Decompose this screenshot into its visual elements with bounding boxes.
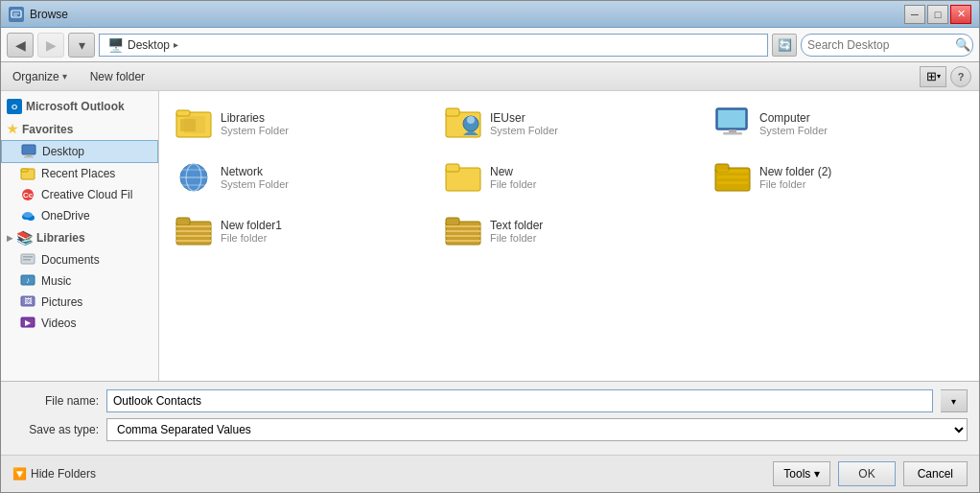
cancel-button[interactable]: Cancel: [903, 461, 968, 486]
ieuser-folder-icon: [444, 105, 482, 143]
recent-places-icon: [20, 166, 35, 181]
svg-rect-31: [723, 132, 742, 135]
sidebar-item-music[interactable]: ♪ Music: [1, 270, 158, 292]
new-folder-2-name: New folder (2): [759, 165, 831, 178]
address-path[interactable]: 🖥️ Desktop ▸: [99, 34, 768, 57]
bottom-area: File name: ▾ Save as type: Comma Separat…: [1, 381, 979, 455]
new-info: New File folder: [490, 165, 536, 190]
text-folder-name: Text folder: [490, 219, 543, 232]
text-folder-type: File folder: [490, 232, 543, 244]
svg-rect-23: [180, 119, 196, 131]
sidebar-outlook-header[interactable]: O Microsoft Outlook: [1, 95, 158, 118]
file-item-new-folder1[interactable]: New folder1 File folder: [167, 206, 432, 256]
sidebar-pictures-label: Pictures: [41, 295, 82, 309]
desktop-icon: [21, 144, 36, 159]
view-button[interactable]: ⊞▾: [920, 66, 946, 87]
browse-dialog: Browse ─ □ ✕ ◀ ▶ ▾ 🖥️ Desktop ▸ 🔄 🔍 Orga…: [0, 0, 980, 493]
sidebar-documents-label: Documents: [41, 253, 100, 267]
sidebar-item-videos[interactable]: ▶ Videos: [1, 313, 158, 334]
svg-rect-5: [21, 169, 28, 172]
content-area: Libraries System Folder IEUser: [159, 91, 979, 381]
new-folder1-type: File folder: [221, 232, 282, 244]
svg-rect-30: [729, 129, 736, 132]
new-folder-label: New folder: [90, 70, 145, 83]
file-item-new-folder-2[interactable]: New folder (2) File folder: [706, 153, 971, 202]
file-item-network[interactable]: Network System Folder: [167, 153, 432, 202]
sidebar-item-pictures[interactable]: 🖼 Pictures: [1, 292, 158, 313]
svg-text:▶: ▶: [25, 318, 32, 327]
svg-text:♪: ♪: [26, 276, 30, 285]
sidebar-item-desktop[interactable]: Desktop: [1, 140, 158, 163]
svg-rect-25: [446, 108, 459, 116]
dialog-title: Browse: [30, 8, 904, 21]
onedrive-icon: [20, 208, 35, 223]
tools-button[interactable]: Tools ▾: [773, 461, 830, 486]
svg-rect-45: [176, 218, 190, 225]
filename-input[interactable]: [106, 389, 933, 412]
file-item-text-folder[interactable]: Text folder File folder: [436, 206, 702, 256]
sidebar-item-creative[interactable]: Cc Creative Cloud Fil: [1, 184, 158, 205]
search-bar: 🔍: [801, 34, 973, 57]
new-folder1-icon: [175, 212, 213, 250]
up-button[interactable]: ▾: [68, 33, 95, 58]
help-button[interactable]: ?: [950, 66, 971, 87]
sidebar-music-label: Music: [41, 274, 71, 288]
forward-button[interactable]: ▶: [37, 33, 64, 58]
file-item-ieuser[interactable]: IEUser System Folder: [436, 99, 702, 149]
new-folder-2-info: New folder (2) File folder: [759, 165, 831, 190]
new-folder-button[interactable]: New folder: [86, 68, 149, 85]
new-type: File folder: [490, 178, 536, 190]
new-name: New: [490, 165, 536, 178]
computer-info: Computer System Folder: [759, 111, 828, 136]
sidebar-item-documents[interactable]: Documents: [1, 249, 158, 270]
new-folder-icon: [444, 158, 482, 197]
svg-rect-13: [23, 259, 31, 261]
favorites-star-icon: ★: [7, 122, 18, 136]
maximize-button[interactable]: □: [927, 5, 948, 24]
sidebar-favorites-label: Favorites: [22, 123, 73, 136]
svg-rect-0: [12, 11, 21, 17]
sidebar-item-recent[interactable]: Recent Places: [1, 163, 158, 184]
filename-dropdown[interactable]: ▾: [941, 389, 968, 412]
svg-rect-51: [446, 218, 459, 225]
sidebar-favorites-header[interactable]: ★ Favorites: [1, 118, 158, 140]
file-item-libraries[interactable]: Libraries System Folder: [167, 99, 432, 149]
sidebar-recent-label: Recent Places: [41, 167, 115, 180]
search-input[interactable]: [807, 38, 951, 52]
new-folder-2-icon: [713, 158, 752, 197]
toolbar-right: ⊞▾ ?: [920, 66, 971, 87]
tools-label: Tools: [783, 467, 810, 481]
file-item-new[interactable]: New File folder: [436, 153, 702, 202]
hide-folders-label: Hide Folders: [31, 467, 96, 481]
svg-point-10: [23, 212, 33, 218]
savetype-select[interactable]: Comma Separated Values: [106, 418, 968, 441]
svg-rect-29: [718, 110, 745, 128]
main-area: O Microsoft Outlook ★ Favorites Desktop: [1, 91, 979, 381]
svg-text:Cc: Cc: [23, 191, 34, 200]
filename-label: File name:: [12, 394, 99, 408]
new-folder1-info: New folder1 File folder: [221, 219, 282, 244]
sidebar-libraries-header[interactable]: ▶ 📚 Libraries: [1, 226, 158, 249]
sidebar-libraries-label: Libraries: [36, 231, 85, 245]
sidebar-item-onedrive[interactable]: OneDrive: [1, 205, 158, 226]
svg-rect-38: [446, 164, 459, 172]
dialog-icon: [9, 7, 24, 22]
minimize-button[interactable]: ─: [904, 5, 925, 24]
sidebar-desktop-label: Desktop: [42, 145, 84, 158]
toolbar: Organize ▾ New folder ⊞▾ ?: [1, 62, 979, 91]
hide-folders-button[interactable]: 🔽 Hide Folders: [12, 467, 96, 481]
outlook-icon: O: [7, 99, 22, 114]
close-button[interactable]: ✕: [950, 5, 971, 24]
organize-button[interactable]: Organize ▾: [9, 68, 71, 85]
videos-icon: ▶: [20, 316, 35, 331]
text-folder-info: Text folder File folder: [490, 219, 543, 244]
documents-icon: [20, 252, 35, 268]
libraries-name: Libraries: [221, 111, 289, 125]
refresh-button[interactable]: 🔄: [772, 34, 797, 57]
back-button[interactable]: ◀: [7, 33, 34, 58]
filename-row: File name: ▾: [12, 389, 968, 412]
file-item-computer[interactable]: Computer System Folder: [706, 99, 971, 149]
ok-button[interactable]: OK: [838, 461, 895, 486]
svg-rect-1: [22, 145, 35, 154]
tools-dropdown-icon: ▾: [814, 467, 820, 481]
